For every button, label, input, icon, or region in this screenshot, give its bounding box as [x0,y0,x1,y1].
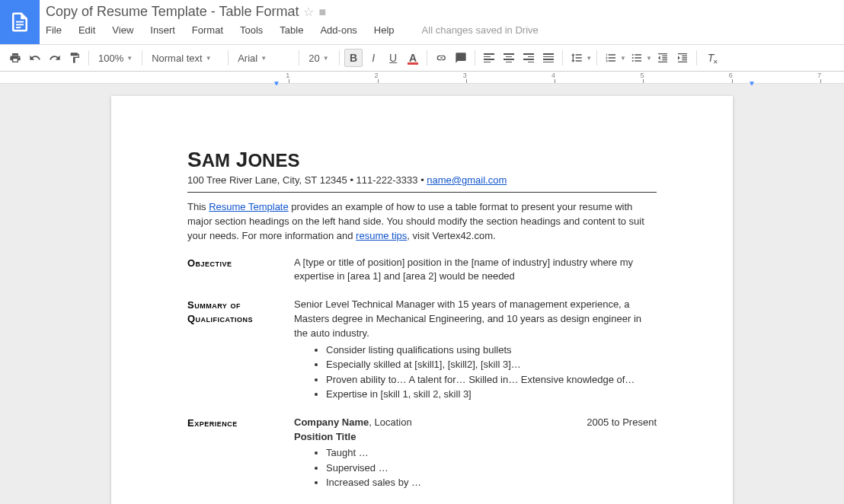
menu-file[interactable]: File [46,24,62,36]
menu-addons[interactable]: Add-ons [320,24,356,36]
numbered-list-icon[interactable] [602,49,620,67]
svg-rect-2 [16,27,21,28]
list-item[interactable]: Especially skilled at [skill1], [skill2]… [326,357,657,372]
content-objective[interactable]: A [type or title of position] position i… [294,256,657,298]
font-select[interactable]: Arial▼ [233,49,294,67]
list-item[interactable]: Taught … [326,445,657,461]
align-left-icon[interactable] [480,49,498,67]
bulleted-list-icon[interactable] [628,49,646,67]
menu-table[interactable]: Table [280,24,303,36]
list-item[interactable]: Consider listing qualifications using bu… [326,343,657,358]
paint-format-icon[interactable] [66,49,84,67]
align-right-icon[interactable] [520,49,538,67]
menu-insert[interactable]: Insert [150,24,175,36]
ruler-tick: 4 [467,72,555,84]
content-experience[interactable]: Company Name, Location 2005 to Present P… [294,416,657,504]
docs-logo[interactable] [0,0,40,44]
zoom-select[interactable]: 100%▼ [94,49,137,67]
label-experience[interactable]: Experience [187,416,294,504]
clear-formatting-icon[interactable]: T✕ [702,49,720,67]
menu-view[interactable]: View [112,24,133,36]
redo-icon[interactable] [46,49,64,67]
save-status: All changes saved in Drive [422,24,539,36]
text-color-button[interactable]: A [404,49,422,67]
resume-tips-link[interactable]: resume tips [356,230,407,241]
svg-point-3 [632,54,634,56]
contact-line[interactable]: 100 Tree River Lane, City, ST 12345 • 11… [187,174,657,186]
exp-dates[interactable]: 2003 to 2005 [599,501,657,504]
ruler-tick: 5 [555,72,644,84]
star-icon[interactable]: ☆ [303,5,314,19]
menu-help[interactable]: Help [374,24,395,36]
list-item[interactable]: Increased sales by … [326,475,657,490]
align-justify-icon[interactable] [539,49,558,67]
intro-text[interactable]: This Resume Template provides an example… [187,200,657,244]
document-page[interactable]: SAM JONES 100 Tree River Lane, City, ST … [111,96,733,504]
style-select[interactable]: Normal text▼ [147,49,223,67]
ruler-tick: 7 [733,72,821,84]
italic-button[interactable]: I [364,49,382,67]
label-summary[interactable]: Summary ofQualifications [187,298,294,416]
content-summary[interactable]: Senior Level Technical Manager with 15 y… [294,298,657,416]
folder-icon[interactable]: ■ [318,5,326,19]
list-item[interactable]: Expertise in [skill 1, skill 2, skill 3] [326,387,657,402]
ruler-tick: 3 [379,72,467,84]
increase-indent-icon[interactable] [673,49,692,67]
svg-rect-0 [16,21,24,23]
underline-button[interactable]: U [384,49,402,67]
list-item[interactable]: Supervised … [326,461,657,476]
position-title[interactable]: Position Title [294,430,657,445]
menu-tools[interactable]: Tools [240,24,263,36]
decrease-indent-icon[interactable] [654,49,672,67]
resume-name[interactable]: SAM JONES [187,148,657,172]
menu-bar: File Edit View Insert Format Tools Table… [46,24,838,36]
line-spacing-icon[interactable] [567,49,586,67]
email-link[interactable]: name@gmail.com [427,174,507,186]
divider [187,192,657,193]
svg-rect-1 [16,24,24,26]
menu-edit[interactable]: Edit [78,24,95,36]
ruler-tick: 2 [289,72,378,84]
link-icon[interactable] [432,49,450,67]
exp-dates[interactable]: 2005 to Present [587,416,657,430]
font-size-select[interactable]: 20▼ [304,49,334,67]
doc-title[interactable]: Copy of Resume Template - Table Format [46,4,299,20]
toolbar: 100%▼ Normal text▼ Arial▼ 20▼ B I U A ▼ … [0,44,844,72]
canvas[interactable]: SAM JONES 100 Tree River Lane, City, ST … [0,85,844,504]
bold-button[interactable]: B [344,49,363,67]
ruler[interactable]: 1 2 3 4 5 6 7 ▼ ▼ [0,72,844,84]
ruler-tick: 6 [644,72,732,84]
undo-icon[interactable] [26,49,44,67]
svg-point-5 [632,60,634,62]
comment-icon[interactable] [452,49,470,67]
svg-point-4 [632,57,634,59]
label-objective[interactable]: Objective [187,256,294,298]
menu-format[interactable]: Format [192,24,223,36]
print-icon[interactable] [6,49,24,67]
resume-template-link[interactable]: Resume Template [209,201,289,212]
list-item[interactable]: Proven ability to… A talent for… Skilled… [326,372,657,388]
align-center-icon[interactable] [500,49,518,67]
